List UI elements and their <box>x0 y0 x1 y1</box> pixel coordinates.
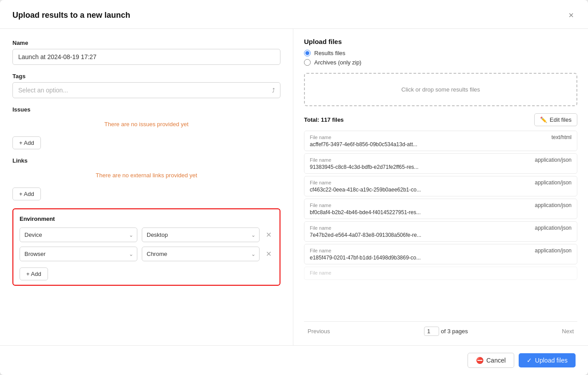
tags-select[interactable] <box>12 82 280 98</box>
file-name-4: 7e47b2ed-e564-4a07-83e8-091308a506fe-re.… <box>310 232 572 238</box>
file-mime-2: application/json <box>535 180 572 186</box>
issues-empty-text: There are no issues provided yet <box>12 115 280 134</box>
modal-title: Upload results to a new launch <box>12 11 130 20</box>
env-type-select-browser[interactable]: Browser Device <box>20 247 137 261</box>
table-row: File name application/json 91383945-c8c8… <box>304 153 577 174</box>
file-label-6: File name <box>310 270 331 275</box>
env-row-device: Device Browser ⌄ Desktop Mobile ⌄ ✕ <box>20 227 273 242</box>
links-section: Links There are no external links provid… <box>12 157 280 200</box>
radio-archives-label[interactable]: Archives (only zip) <box>304 59 577 66</box>
page-of-label: of 3 pages <box>441 328 468 335</box>
edit-icon: ✏️ <box>540 116 547 123</box>
tags-select-wrapper: ⤴ <box>12 82 280 98</box>
env-row-browser: Browser Device ⌄ Chrome Firefox Safari ⌄ <box>20 247 273 261</box>
file-label-4: File name <box>310 225 331 231</box>
pagination: Previous 1 2 3 of 3 pages Next <box>304 321 577 336</box>
env-type-wrapper-device: Device Browser ⌄ <box>20 227 137 242</box>
file-name-0: acffef76-3497-4e6f-b856-09b0c534a13d-att… <box>310 141 572 148</box>
modal-header: Upload results to a new launch × <box>0 0 588 29</box>
env-value-wrapper-desktop: Desktop Mobile ⌄ <box>142 227 260 242</box>
file-list: File name text/html acffef76-3497-4e6f-b… <box>304 131 577 318</box>
cancel-button[interactable]: ⛔ Cancel <box>468 353 514 368</box>
next-button[interactable]: Next <box>558 326 577 336</box>
page-info: 1 2 3 of 3 pages <box>424 327 468 336</box>
file-name-1: 91383945-c8c8-4c3d-bdfb-e2d71fe2ff65-res… <box>310 164 572 170</box>
radio-results-input[interactable] <box>304 50 311 56</box>
files-total: Total: 117 files <box>304 116 344 123</box>
upload-label: Upload files <box>535 357 568 364</box>
file-label-1: File name <box>310 157 331 163</box>
file-mime-1: application/json <box>535 157 572 163</box>
table-row: File name application/json cf463c22-0eea… <box>304 176 577 196</box>
drop-zone-text: Click or drop some results files <box>401 86 480 93</box>
cancel-label: Cancel <box>486 357 506 364</box>
environment-label: Environment <box>20 215 273 222</box>
env-value-select-chrome[interactable]: Chrome Firefox Safari <box>142 247 260 261</box>
radio-archives-input[interactable] <box>304 59 311 66</box>
radio-results-text: Results files <box>314 50 345 56</box>
file-label-3: File name <box>310 203 331 208</box>
env-value-select-desktop[interactable]: Desktop Mobile <box>142 227 260 242</box>
previous-button[interactable]: Previous <box>304 326 334 336</box>
modal-body: Name Tags ⤴ Issues There are no issues p… <box>0 29 588 345</box>
table-row: File name application/json e185f479-0201… <box>304 244 577 264</box>
remove-env-row-browser-button[interactable]: ✕ <box>264 249 273 259</box>
tags-section: Tags ⤴ <box>12 73 280 98</box>
edit-files-button[interactable]: ✏️ Edit files <box>534 113 577 126</box>
file-label-2: File name <box>310 180 331 185</box>
file-label-5: File name <box>310 248 331 253</box>
file-mime-3: application/json <box>535 202 572 208</box>
edit-files-label: Edit files <box>550 116 572 123</box>
file-label-0: File name <box>310 135 331 140</box>
env-type-select-device[interactable]: Device Browser <box>20 227 137 242</box>
file-mime-5: application/json <box>535 247 572 254</box>
radio-results-label[interactable]: Results files <box>304 50 577 56</box>
modal-footer: ⛔ Cancel ✓ Upload files <box>0 345 588 375</box>
files-header: Total: 117 files ✏️ Edit files <box>304 113 577 126</box>
add-env-button[interactable]: + Add <box>20 267 48 280</box>
close-button[interactable]: × <box>567 9 576 21</box>
drop-zone[interactable]: Click or drop some results files <box>304 73 577 106</box>
links-label: Links <box>12 157 280 164</box>
modal: Upload results to a new launch × Name Ta… <box>0 0 588 375</box>
table-row: File name <box>304 267 577 280</box>
left-panel: Name Tags ⤴ Issues There are no issues p… <box>0 29 293 345</box>
name-section: Name <box>12 40 280 65</box>
table-row: File name text/html acffef76-3497-4e6f-b… <box>304 131 577 151</box>
issues-section: Issues There are no issues provided yet … <box>12 106 280 149</box>
table-row: File name application/json 7e47b2ed-e564… <box>304 221 577 242</box>
issues-label: Issues <box>12 106 280 113</box>
file-mime-4: application/json <box>535 225 572 231</box>
upload-files-title: Upload files <box>304 38 577 45</box>
file-mime-0: text/html <box>552 134 572 140</box>
right-panel: Upload files Results files Archives (onl… <box>293 29 588 345</box>
file-name-5: e185f479-0201-47bf-b1dd-16498d9b3869-co.… <box>310 255 572 261</box>
remove-env-row-device-button[interactable]: ✕ <box>264 230 273 240</box>
table-row: File name application/json bf0c8af4-b2b2… <box>304 199 577 219</box>
file-name-3: bf0c8af4-b2b2-4b46-bde4-f40145227951-res… <box>310 209 572 215</box>
cancel-icon: ⛔ <box>476 357 484 364</box>
radio-group: Results files Archives (only zip) <box>304 50 577 66</box>
add-link-button[interactable]: + Add <box>12 188 41 200</box>
name-input[interactable] <box>12 49 280 65</box>
environment-section: Environment Device Browser ⌄ Desktop Mob… <box>12 208 280 286</box>
upload-files-button[interactable]: ✓ Upload files <box>519 353 576 367</box>
radio-archives-text: Archives (only zip) <box>314 59 361 66</box>
tags-label: Tags <box>12 73 280 80</box>
env-type-wrapper-browser: Browser Device ⌄ <box>20 247 137 261</box>
add-issue-button[interactable]: + Add <box>12 136 41 149</box>
env-value-wrapper-chrome: Chrome Firefox Safari ⌄ <box>142 247 260 261</box>
page-select[interactable]: 1 2 3 <box>424 327 439 336</box>
links-empty-text: There are no external links provided yet <box>12 166 280 185</box>
name-label: Name <box>12 40 280 46</box>
checkmark-icon: ✓ <box>527 357 532 364</box>
file-name-2: cf463c22-0eea-418c-a19c-259b0aee62b1-co.… <box>310 187 572 193</box>
